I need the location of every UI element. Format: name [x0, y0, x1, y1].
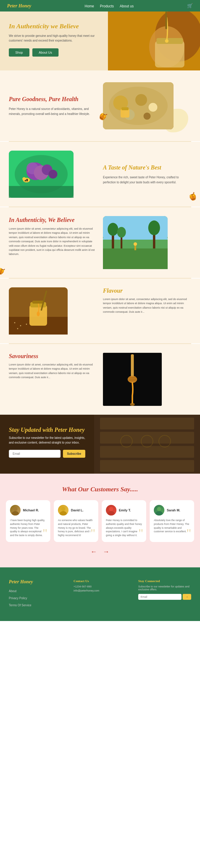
dark-honey-visual — [103, 353, 162, 406]
review-text: I have been buying high quality, authent… — [10, 519, 46, 537]
savouriness-image — [103, 353, 191, 406]
svg-point-10 — [135, 94, 147, 106]
pure-goodness-heading: Pure Goodness, Pure Health — [9, 95, 97, 103]
testimonial-header: Sarah M. — [154, 505, 190, 516]
svg-rect-25 — [27, 179, 28, 181]
nav-logo[interactable]: Peter Honey — [7, 3, 31, 8]
testimonial-prev-button[interactable]: ← — [91, 548, 97, 556]
testimonial-card: Emily T. Peter Honey is committed to aut… — [102, 500, 146, 542]
svg-point-42 — [14, 322, 15, 323]
honey-dipper-auth-icon: 🍯 — [0, 266, 6, 276]
svg-point-68 — [12, 511, 19, 516]
nav-home[interactable]: Home — [85, 4, 94, 8]
meadow-visual — [103, 216, 168, 269]
testimonial-card: Michael R. I have been buying high quali… — [6, 500, 50, 542]
testimonial-card: Sarah M. Absolutely love the range of pr… — [150, 500, 194, 542]
savouriness-body: Lorem ipsum dolor sit amet, consectetur … — [9, 363, 97, 380]
nav-products[interactable]: Products — [100, 4, 114, 8]
avatar — [58, 505, 69, 516]
review-text: Absolutely love the range of products fr… — [154, 519, 190, 533]
footer-privacy-link[interactable]: Privacy Policy — [9, 596, 27, 600]
nav-links: Home Products About us — [85, 3, 134, 8]
svg-point-11 — [149, 103, 157, 112]
flavour-section: Flavour Lorem ipsum dolor sit amet, cons… — [0, 279, 200, 343]
quote-mark-icon: " — [91, 527, 95, 539]
svg-rect-52 — [131, 354, 134, 378]
savouriness-section: Savouriness Lorem ipsum dolor sit amet, … — [0, 344, 200, 415]
taste-body: Experience the rich, sweet taste of Pete… — [103, 175, 191, 185]
svg-point-69 — [61, 507, 65, 511]
footer-social: Stay Connected Subscribe to our newslett… — [138, 579, 191, 609]
testimonial-header: David L. — [58, 505, 94, 516]
svg-rect-37 — [103, 248, 168, 269]
testimonial-card: David L. As someone who values health an… — [54, 500, 98, 542]
review-text: Peter Honey is committed to authentic qu… — [106, 519, 142, 537]
quote-mark-icon: " — [43, 527, 47, 539]
svg-rect-6 — [165, 11, 167, 29]
taste-heading: A Taste of Nature's Best — [103, 163, 191, 171]
food-spread-visual — [103, 82, 173, 129]
svg-point-38 — [133, 242, 137, 246]
avatar — [106, 505, 116, 516]
quote-mark-icon: " — [187, 527, 191, 539]
authenticity-body: Lorem ipsum dolor sit amet, consectetur … — [9, 227, 97, 256]
honey-dipper-right-icon: 🍯 — [187, 191, 198, 202]
nav-about[interactable]: About us — [120, 4, 133, 8]
newsletter-content: Stay Updated with Peter Honey Subscribe … — [0, 415, 94, 469]
footer-email: info@peterhoney.com — [74, 589, 126, 592]
reviewer-name: Sarah M. — [167, 508, 180, 512]
svg-point-5 — [165, 39, 168, 43]
footer-contact: Contact Us +1234-567-890 info@peterhoney… — [74, 579, 126, 609]
svg-point-71 — [109, 507, 113, 511]
about-button[interactable]: About Us — [32, 48, 58, 57]
svg-rect-60 — [100, 417, 194, 429]
savouriness-heading: Savouriness — [9, 353, 97, 360]
svg-point-72 — [108, 511, 115, 516]
testimonial-next-button[interactable]: → — [103, 548, 110, 556]
svg-point-34 — [117, 227, 126, 238]
footer: Peter Honey About Privacy Policy Terms O… — [0, 567, 200, 621]
footer-email-input[interactable] — [138, 594, 182, 600]
footer-terms-link[interactable]: Terms Of Service — [9, 603, 32, 607]
footer-columns: Peter Honey About Privacy Policy Terms O… — [9, 579, 191, 609]
pure-goodness-section: Pure Goodness, Pure Health Peter Honey i… — [0, 70, 200, 141]
navigation: Peter Honey Home Products About us 🛒 — [0, 0, 200, 11]
hero-text: In Authenticity we Believe We strive to … — [0, 11, 108, 70]
svg-point-74 — [156, 511, 163, 516]
authenticity-text: In Authenticity, We Believe Lorem ipsum … — [9, 216, 97, 256]
flavour-body: Lorem ipsum dolor sit amet, consectetur … — [103, 297, 191, 314]
testimonials-heading: What Our Customers Say..... — [6, 486, 194, 493]
footer-logo: Peter Honey — [9, 579, 62, 585]
footer-social-text: Subscribe to our newsletter for updates … — [138, 585, 191, 591]
newsletter-email-input[interactable] — [9, 450, 61, 458]
bee-flower-visual — [9, 151, 74, 198]
svg-point-45 — [17, 328, 18, 329]
pure-goodness-text: Pure Goodness, Pure Health Peter Honey i… — [9, 95, 97, 117]
svg-point-50 — [37, 312, 40, 316]
footer-phone: +1234-567-890 — [74, 585, 126, 588]
avatar — [154, 505, 164, 516]
hero-buttons: Shop About Us — [9, 48, 101, 57]
pure-goodness-body: Peter Honey is a natural source of antio… — [9, 106, 97, 117]
reviewer-name: Michael R. — [23, 508, 39, 512]
testimonial-header: Emily T. — [106, 505, 142, 516]
shop-button[interactable]: Shop — [9, 48, 30, 57]
footer-subscribe-form: → — [138, 594, 191, 600]
hero-section: In Authenticity we Believe We strive to … — [0, 11, 200, 70]
newsletter-subtext: Subscribe to our newsletter for the late… — [9, 436, 85, 445]
svg-point-43 — [20, 325, 21, 326]
svg-point-57 — [130, 403, 135, 406]
footer-brand-links: About Privacy Policy Terms Of Service — [9, 588, 62, 608]
svg-point-67 — [13, 507, 17, 511]
footer-about-link[interactable]: About — [9, 589, 16, 593]
footer-subscribe-button[interactable]: → — [183, 594, 191, 600]
testimonial-navigation: ← → — [6, 548, 194, 556]
subscribe-button[interactable]: Subscribe — [63, 450, 85, 458]
testimonials-section: What Our Customers Say..... Michael R. I… — [0, 474, 200, 567]
newsletter-form: Subscribe — [9, 450, 85, 458]
newsletter-heading: Stay Updated with Peter Honey — [9, 427, 85, 433]
svg-rect-63 — [100, 460, 194, 472]
flavour-heading: Flavour — [103, 287, 191, 294]
svg-point-32 — [108, 223, 118, 236]
cart-icon[interactable]: 🛒 — [187, 3, 193, 8]
